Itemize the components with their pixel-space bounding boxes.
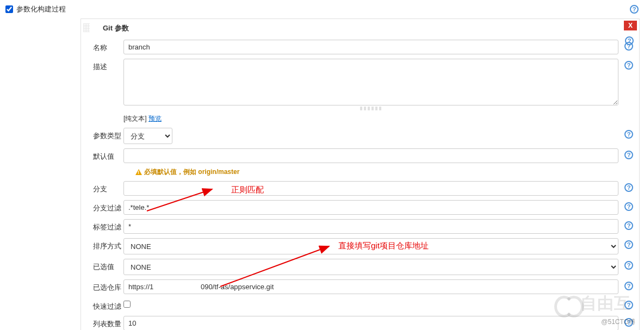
help-icon[interactable]: ? bbox=[624, 221, 633, 230]
resize-grip-icon[interactable] bbox=[360, 107, 382, 110]
list-count-input[interactable] bbox=[123, 316, 618, 330]
param-build-label: 参数化构建过程 bbox=[16, 4, 66, 14]
selected-repo-input[interactable] bbox=[123, 279, 618, 294]
branch-label: 分支 bbox=[93, 181, 123, 194]
git-param-panel: X Git 参数 ? 名称 ? 描述 [纯文本] 预览 ? 参数类型 分支 ? bbox=[81, 18, 640, 330]
attribution: @51CTO博 bbox=[601, 317, 635, 327]
help-icon[interactable]: ? bbox=[624, 61, 633, 70]
tag-filter-label: 标签过滤 bbox=[93, 219, 123, 232]
tag-filter-input[interactable] bbox=[123, 219, 618, 234]
selected-val-label: 已选值 bbox=[93, 259, 123, 272]
param-build-checkbox[interactable] bbox=[5, 5, 13, 13]
help-icon[interactable]: ? bbox=[624, 202, 633, 211]
help-icon[interactable]: ? bbox=[624, 183, 633, 192]
desc-textarea[interactable] bbox=[123, 59, 618, 105]
drag-handle-icon[interactable] bbox=[83, 23, 90, 32]
selected-repo-label: 已选仓库 bbox=[93, 279, 123, 292]
list-count-label: 列表数量 bbox=[93, 316, 123, 329]
help-icon[interactable]: ? bbox=[624, 301, 633, 309]
help-icon[interactable]: ? bbox=[624, 151, 633, 159]
default-warning: 必填默认值，例如 origin/master bbox=[135, 167, 634, 177]
branch-filter-input[interactable] bbox=[123, 200, 618, 215]
default-input[interactable] bbox=[123, 148, 618, 163]
close-button[interactable]: X bbox=[624, 21, 637, 30]
param-type-select[interactable]: 分支 bbox=[123, 128, 172, 144]
branch-input[interactable] bbox=[123, 181, 618, 196]
help-icon[interactable]: ? bbox=[630, 5, 639, 14]
default-label: 默认值 bbox=[93, 148, 123, 161]
sort-label: 排序方式 bbox=[93, 238, 123, 251]
name-input[interactable] bbox=[123, 40, 618, 54]
help-icon[interactable]: ? bbox=[624, 130, 633, 139]
warning-icon bbox=[135, 169, 142, 175]
help-icon[interactable]: ? bbox=[625, 36, 634, 45]
name-label: 名称 bbox=[93, 40, 123, 53]
desc-label: 描述 bbox=[93, 59, 123, 72]
plain-text-label: [纯文本] bbox=[123, 115, 147, 122]
help-icon[interactable]: ? bbox=[624, 282, 633, 290]
preview-link[interactable]: 预览 bbox=[148, 115, 162, 122]
fast-filter-checkbox[interactable] bbox=[123, 301, 131, 308]
fast-filter-label: 快速过滤 bbox=[93, 298, 123, 312]
param-type-label: 参数类型 bbox=[93, 128, 123, 141]
sort-select[interactable]: NONE bbox=[123, 238, 618, 254]
section-title: Git 参数 bbox=[81, 19, 639, 38]
selected-val-select[interactable]: NONE bbox=[123, 259, 618, 275]
help-icon[interactable]: ? bbox=[624, 240, 633, 249]
branch-filter-label: 分支过滤 bbox=[93, 200, 123, 213]
help-icon[interactable]: ? bbox=[624, 261, 633, 270]
